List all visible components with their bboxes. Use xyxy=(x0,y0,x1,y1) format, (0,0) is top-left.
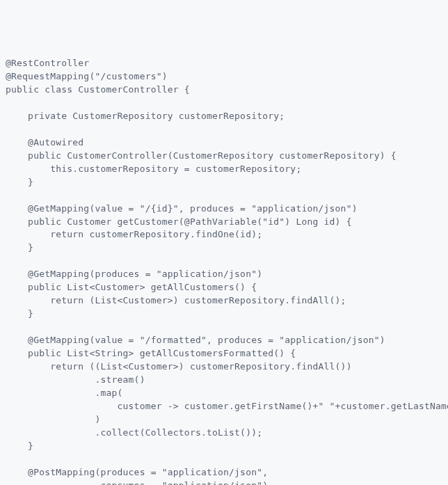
code-snippet: @RestController @RequestMapping("/custom… xyxy=(6,57,442,485)
